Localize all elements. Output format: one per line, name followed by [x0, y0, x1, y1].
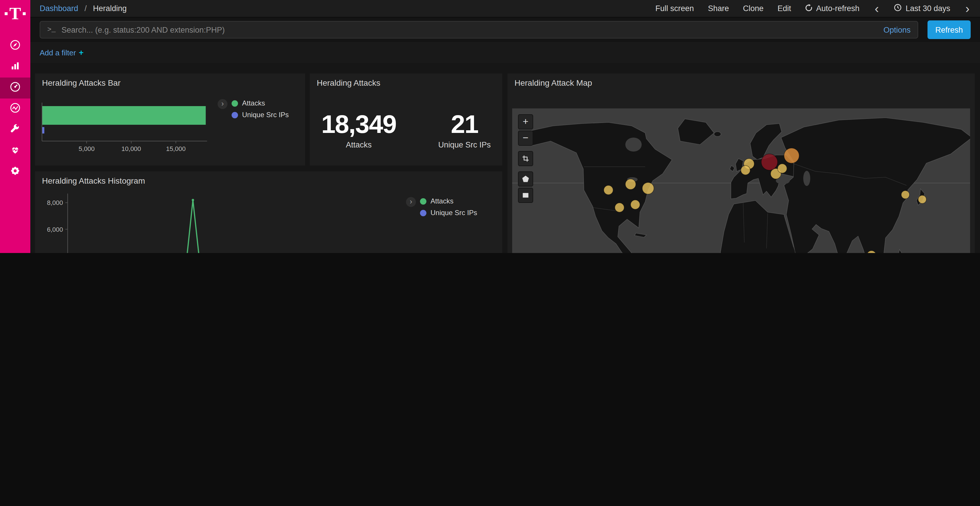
clock-icon	[894, 3, 902, 13]
attack-map[interactable]: + − Count 3 – 2,729.42,729.4 – 5,455.85,…	[512, 108, 970, 253]
gear-icon	[10, 165, 21, 179]
telekom-logo[interactable]: T	[5, 5, 25, 22]
legend-label: Unique Src IPs	[242, 111, 289, 119]
panel-heralding-attacks-histogram: Heralding Attacks Histogram 02,0004,0006…	[35, 171, 502, 253]
series-line-Attacks[interactable]	[68, 200, 398, 253]
map-marker[interactable]	[784, 148, 799, 163]
map-controls: + −	[518, 114, 533, 203]
axis-tick-label: 15,000	[166, 145, 186, 152]
full-screen-button[interactable]: Full screen	[655, 4, 694, 13]
breadcrumb: Dashboard / Heralding	[40, 4, 127, 13]
panel-heralding-attacks-metric: Heralding Attacks 18,349 Attacks 21 Uniq…	[310, 73, 502, 165]
dashboard-gauge-icon	[10, 81, 21, 95]
sidebar-item-visualize[interactable]	[0, 57, 30, 78]
search-bar-row: >_ Options Refresh	[30, 17, 980, 42]
legend-color-dot	[232, 100, 238, 106]
attacks-bar-chart[interactable]: 5,00010,00015,000	[35, 91, 218, 165]
legend-label: Attacks	[431, 197, 453, 205]
metric-label: Attacks	[321, 141, 396, 149]
time-forward-button[interactable]: ›	[964, 3, 970, 14]
legend-toggle-icon[interactable]: ›	[406, 197, 416, 207]
metric-value: 18,349	[321, 109, 396, 139]
legend-item[interactable]: Unique Src IPs	[420, 209, 477, 217]
axis-tick-label: 8,000	[47, 199, 63, 206]
attacks-histogram-chart[interactable]: 02,0004,0006,0008,0002018-10-28 02:00201…	[35, 189, 406, 253]
panel-heralding-attacks-bar: Heralding Attacks Bar 5,00010,00015,000 …	[35, 73, 305, 165]
wrench-icon	[10, 123, 21, 137]
time-back-button[interactable]: ‹	[873, 3, 880, 14]
panel-title: Heralding Attacks	[310, 73, 502, 89]
auto-refresh-label: Auto-refresh	[816, 4, 859, 13]
metric-attacks: 18,349 Attacks	[321, 109, 396, 149]
search-box: >_ Options	[40, 21, 918, 38]
clone-button[interactable]: Clone	[743, 4, 764, 13]
metric-label: Unique Src IPs	[438, 141, 491, 149]
sidebar: T	[0, 0, 30, 253]
map-marker[interactable]	[615, 203, 624, 212]
plus-icon: +	[79, 48, 83, 57]
options-link[interactable]: Options	[883, 25, 911, 34]
timelion-icon	[10, 102, 21, 116]
legend-toggle-icon[interactable]: ›	[218, 99, 228, 109]
axis-tick-label: 4,000	[47, 252, 63, 253]
panel-title: Heralding Attack Map	[508, 73, 975, 89]
breadcrumb-separator: /	[84, 4, 87, 13]
panel-heralding-attack-map: Heralding Attack Map	[508, 73, 975, 253]
data-point[interactable]	[192, 199, 194, 201]
map-marker[interactable]	[625, 179, 636, 189]
panel-title: Heralding Attacks Bar	[35, 73, 305, 89]
map-marker[interactable]	[778, 164, 787, 173]
map-marker[interactable]	[901, 190, 909, 199]
legend-item[interactable]: Attacks	[232, 99, 289, 107]
map-marker[interactable]	[918, 195, 926, 203]
auto-refresh-button[interactable]: Auto-refresh	[805, 4, 859, 13]
legend-item[interactable]: Unique Src IPs	[232, 111, 289, 119]
metric-value: 21	[438, 109, 491, 139]
time-range-label: Last 30 days	[905, 4, 950, 13]
sidebar-item-timelion[interactable]	[0, 98, 30, 119]
search-input[interactable]	[62, 25, 873, 34]
share-button[interactable]: Share	[708, 4, 729, 13]
map-marker[interactable]	[604, 186, 613, 195]
refresh-button[interactable]: Refresh	[928, 21, 970, 39]
edit-button[interactable]: Edit	[778, 4, 791, 13]
legend-label: Unique Src IPs	[431, 209, 477, 217]
sidebar-item-management[interactable]	[0, 162, 30, 182]
map-marker[interactable]	[761, 154, 778, 170]
map-marker[interactable]	[741, 165, 750, 175]
legend-color-dot	[420, 209, 426, 216]
add-filter-link[interactable]: Add a filter	[40, 48, 76, 57]
bar-unique-src-ips[interactable]	[42, 127, 45, 133]
zoom-out-button[interactable]: −	[518, 130, 533, 146]
kibana-dashboard: T Dashboard / Heralding	[0, 0, 980, 253]
refresh-arrow-icon	[805, 4, 813, 13]
chart-legend: › AttacksUnique Src IPs	[218, 91, 305, 165]
top-nav-actions: Full screen Share Clone Edit Auto-refres…	[655, 3, 970, 14]
breadcrumb-dashboard-link[interactable]: Dashboard	[40, 4, 78, 13]
zoom-in-button[interactable]: +	[518, 114, 533, 129]
logo-dot-right	[23, 12, 25, 15]
legend-label: Attacks	[242, 99, 265, 107]
sidebar-item-dashboard[interactable]	[0, 78, 30, 98]
sidebar-item-discover[interactable]	[0, 36, 30, 57]
metric-group: 18,349 Attacks 21 Unique Src IPs	[310, 91, 502, 165]
chart-legend: › AttacksUnique Src IPs	[406, 189, 502, 253]
metric-unique-src-ips: 21 Unique Src IPs	[438, 109, 491, 149]
panel-title: Heralding Attacks Histogram	[35, 171, 502, 187]
map-marker[interactable]	[631, 200, 640, 209]
logo-t: T	[10, 5, 21, 22]
sidebar-item-monitoring[interactable]	[0, 141, 30, 162]
axis-tick-label: 10,000	[121, 145, 141, 152]
world-map[interactable]	[512, 108, 970, 253]
draw-rectangle-button[interactable]	[518, 188, 533, 203]
time-range-picker[interactable]: Last 30 days	[894, 3, 950, 13]
legend-item[interactable]: Attacks	[420, 197, 477, 205]
sidebar-item-dev-tools[interactable]	[0, 119, 30, 141]
draw-polygon-button[interactable]	[518, 171, 533, 187]
heartbeat-icon	[10, 144, 21, 158]
map-marker[interactable]	[642, 182, 654, 194]
bar-attacks[interactable]	[42, 106, 205, 125]
compass-icon	[10, 39, 21, 53]
fit-data-bounds-button[interactable]	[518, 151, 533, 166]
top-nav: Dashboard / Heralding Full screen Share …	[30, 0, 980, 17]
